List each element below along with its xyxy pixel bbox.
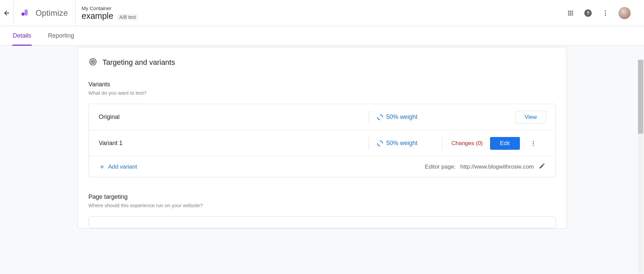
svg-point-9 [92,61,93,62]
experiment-type-badge: A/B test [117,14,138,20]
tab-reporting[interactable]: Reporting [47,26,75,46]
svg-point-4 [605,10,606,11]
product-logo-section: Optimize [13,0,75,26]
product-name: Optimize [36,8,68,18]
pencil-icon [539,163,545,169]
title-section: My Container example A/B test [75,5,566,21]
page-targeting-subtext: Where should this experience run on your… [89,202,556,208]
user-avatar[interactable] [619,7,631,19]
editor-page-url: http://www.blogwithrosie.com [460,164,534,170]
divider [369,111,369,124]
svg-point-10 [533,141,534,142]
changes-link[interactable]: Changes (0) [450,140,484,147]
view-button[interactable]: View [516,111,546,124]
more-vert-icon [602,9,609,17]
targeting-panel: Targeting and variants Variants What do … [77,47,567,229]
variant-row-original: Original 50% weight View [89,104,555,130]
variant-name: Variant 1 [99,140,361,147]
tab-details[interactable]: Details [12,26,32,46]
weight-text: 50% weight [386,113,418,121]
variants-subtext: What do you want to test? [89,90,556,96]
back-button[interactable] [0,0,13,26]
circle-loader-icon [377,140,383,146]
svg-point-11 [533,143,534,144]
arrow-back-icon [3,9,10,17]
svg-point-5 [605,12,606,14]
svg-rect-0 [21,12,24,15]
editor-page-info: Editor page: http://www.blogwithrosie.co… [425,163,545,171]
apps-icon [567,9,574,17]
tabs-bar: Details Reporting [0,26,644,46]
variant-row-variant1: Variant 1 50% weight Changes (0) Edit [89,130,555,156]
svg-text:?: ? [586,10,589,16]
circle-loader-icon [377,114,383,120]
svg-point-12 [533,145,534,146]
add-variant-label: Add variant [108,164,137,170]
target-icon [89,57,97,67]
variant-weight[interactable]: 50% weight [377,140,434,147]
variants-footer: Add variant Editor page: http://www.blog… [89,156,555,177]
page-targeting-heading: Page targeting [89,193,556,200]
page-targeting-box [89,216,556,228]
container-name: My Container [82,5,566,11]
app-header: Optimize My Container example A/B test ? [0,0,644,26]
edit-url-button[interactable] [539,163,545,171]
weight-text: 50% weight [386,140,418,147]
variants-heading: Variants [89,81,556,88]
more-button[interactable] [601,9,610,17]
divider [369,137,369,150]
svg-rect-1 [24,9,28,15]
experiment-name: example [82,11,113,21]
optimize-logo-icon [21,8,31,18]
help-icon: ? [584,9,592,17]
content-area: Targeting and variants Variants What do … [0,46,644,274]
edit-button[interactable]: Edit [490,137,520,150]
header-actions: ? [566,7,637,19]
svg-point-6 [605,14,606,16]
plus-icon [99,164,105,170]
page-targeting-section: Page targeting Where should this experie… [89,193,556,228]
panel-title: Targeting and variants [103,58,175,67]
help-button[interactable]: ? [584,9,592,17]
editor-page-prefix: Editor page: [425,164,456,170]
divider [442,137,442,150]
variant-weight[interactable]: 50% weight [377,113,434,121]
apps-button[interactable] [566,9,575,17]
variant-name: Original [99,113,361,121]
more-vert-icon [530,140,537,147]
variants-box: Original 50% weight View Variant 1 50% w… [89,104,556,177]
variant-more-button[interactable] [529,140,537,147]
add-variant-button[interactable]: Add variant [99,164,137,170]
scrollbar-thumb[interactable] [638,60,643,134]
